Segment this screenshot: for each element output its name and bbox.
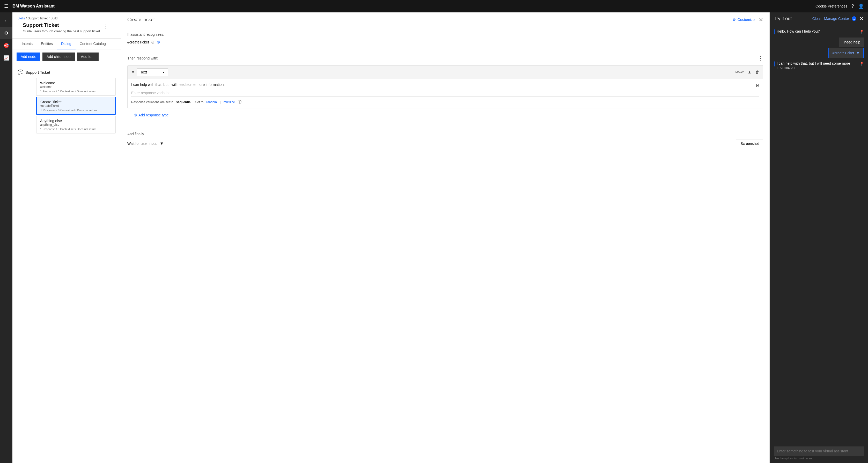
user-selection-bubble[interactable]: #createTicket ▼ <box>828 48 864 58</box>
help-icon[interactable]: ? <box>851 4 854 9</box>
bot-line-indicator-2 <box>774 61 775 66</box>
node-anything-else-sub: anything_else <box>40 123 112 127</box>
response-text: I can help with that, but I will need so… <box>131 82 225 87</box>
breadcrumb-sep2: / <box>49 16 50 20</box>
variation-multiline-link[interactable]: multiline <box>224 100 235 104</box>
try-chat: Hello. How can I help you? 📍 I need help… <box>770 25 868 443</box>
side-nav-back[interactable]: ← <box>0 14 12 27</box>
intent-row: #createTicket ⊖ ⊕ <box>127 40 763 44</box>
variation-footer: Response variations are set to sequentia… <box>131 100 759 104</box>
breadcrumb-path2: Build <box>51 16 58 20</box>
try-input-field[interactable] <box>774 447 864 456</box>
move-label: Move: <box>735 70 744 74</box>
respond-header: Then respond with: ⋮ <box>127 55 763 61</box>
intent-add-button[interactable]: ⊕ <box>157 40 160 44</box>
node-edit-actions: ⚙ Customize ✕ <box>733 16 763 23</box>
try-clear-button[interactable]: Clear <box>812 16 821 21</box>
bot-location-icon: 📍 <box>860 30 864 34</box>
add-response-plus-icon: ⊕ <box>133 112 137 118</box>
gear-icon: ⚙ <box>733 18 736 22</box>
tab-intents[interactable]: Intents <box>18 38 37 49</box>
response-type-select[interactable]: Text Image Pause Search Skill <box>137 68 168 76</box>
top-nav-right: Cookie Preferences ? 👤 <box>815 3 864 9</box>
top-nav: ☰ IBM Watson Assistant Cookie Preference… <box>0 0 868 12</box>
response-body: I can help with that, but I will need so… <box>128 79 763 108</box>
node-welcome[interactable]: Welcome welcome 1 Response / 0 Context s… <box>36 78 116 96</box>
node-close-button[interactable]: ✕ <box>759 16 763 23</box>
try-actions: Clear Manage Context 1 ✕ <box>812 15 864 22</box>
chat-user-msg: I need help #createTicket ▼ <box>774 37 864 58</box>
info-icon[interactable]: ⓘ <box>238 100 242 104</box>
try-close-button[interactable]: ✕ <box>860 15 864 22</box>
move-up-button[interactable]: ▲ <box>746 69 753 75</box>
respond-more-button[interactable]: ⋮ <box>758 55 763 61</box>
variation-random-link[interactable]: random <box>206 100 217 104</box>
screenshot-button[interactable]: Screenshot <box>736 139 763 148</box>
side-nav-skills[interactable]: 🎯 <box>0 39 12 52</box>
breadcrumb-skills-link[interactable]: Skills <box>18 16 25 20</box>
chat-bot-greeting: Hello. How can I help you? 📍 <box>774 29 864 34</box>
node-welcome-meta: 1 Response / 0 Context set / Does not re… <box>40 90 112 93</box>
right-panel: Create Ticket ⚙ Customize ✕ If assistant… <box>121 12 770 463</box>
node-create-ticket-meta: 1 Response / 0 Context set / Does not re… <box>40 109 112 112</box>
ctx-badge: 1 <box>852 16 856 21</box>
tree-connector: Welcome welcome 1 Response / 0 Context s… <box>23 78 121 133</box>
tab-dialog[interactable]: Dialog <box>57 38 75 49</box>
left-panel: Skills / Support Ticket / Build Support … <box>12 12 121 463</box>
if-recognizes-label: If assistant recognizes: <box>127 32 763 36</box>
tree-section-label: 💬 Support Ticket <box>12 67 121 77</box>
tabs-bar: Intents Entities Dialog Content Catalog <box>12 38 121 49</box>
app-title: IBM Watson Assistant <box>11 4 55 8</box>
response-collapse-button[interactable]: ▼ <box>131 70 135 74</box>
try-header: Try it out Clear Manage Context 1 ✕ <box>770 12 868 25</box>
user-bubble: I need help <box>839 37 864 47</box>
tree-section-icon: 💬 <box>18 69 23 75</box>
chevron-down-icon[interactable]: ▼ <box>160 141 164 146</box>
skill-more-button[interactable]: ⋮ <box>101 22 111 31</box>
node-anything-else-meta: 1 Response / 0 Context set / Does not re… <box>40 128 112 131</box>
try-input-area: Use the up key for most recent <box>770 443 868 463</box>
main-wrapper: Skills / Support Ticket / Build Support … <box>12 12 868 463</box>
manage-context-button[interactable]: Manage Context 1 <box>824 16 856 21</box>
finally-label: And finally <box>127 132 763 136</box>
response-variation-placeholder[interactable]: Enter response variation <box>131 89 759 97</box>
add-response-type-row[interactable]: ⊕ Add response type <box>127 108 763 122</box>
tab-entities[interactable]: Entities <box>37 38 57 49</box>
try-title: Try it out <box>774 16 792 22</box>
breadcrumb-path1: Support Ticket <box>28 16 48 20</box>
skill-header: Support Ticket Guide users through creat… <box>18 22 116 36</box>
skill-subtitle: Guide users through creating the best su… <box>23 29 101 33</box>
tree-area: 💬 Support Ticket Welcome welcome 1 Respo… <box>12 64 121 463</box>
node-welcome-sub: welcome <box>40 85 112 89</box>
chevron-down-icon-select: ▼ <box>856 51 860 55</box>
finally-row: Wait for user input ▼ Screenshot <box>127 139 763 148</box>
response-remove-button[interactable]: ⊖ <box>755 82 759 88</box>
side-nav-analytics[interactable]: 📈 <box>0 52 12 64</box>
node-anything-else[interactable]: Anything else anything_else 1 Response /… <box>36 116 116 133</box>
add-response-label: Add response type <box>138 113 169 117</box>
respond-section: Then respond with: ⋮ ▼ Text Image Pause … <box>121 50 769 127</box>
hamburger-icon[interactable]: ☰ <box>4 3 8 9</box>
skill-title: Support Ticket <box>23 22 101 28</box>
tab-content-catalog[interactable]: Content Catalog <box>75 38 110 49</box>
variation-sequential: sequential. <box>176 100 192 104</box>
customize-button[interactable]: ⚙ Customize <box>733 18 755 22</box>
node-create-ticket[interactable]: Create Ticket #createTicket 1 Response /… <box>36 97 116 115</box>
move-btns: ▲ <box>746 69 753 75</box>
add-child-node-button[interactable]: Add child node <box>42 53 75 61</box>
add-node-button[interactable]: Add node <box>17 53 40 61</box>
add-folder-button[interactable]: Add fo... <box>77 53 99 61</box>
bot-response-text: I can help with that, but I will need so… <box>777 61 858 70</box>
user-icon[interactable]: 👤 <box>858 3 864 9</box>
side-nav-build[interactable]: ⚙ <box>0 27 12 39</box>
node-create-ticket-sub: #createTicket <box>40 104 112 108</box>
try-input-hint: Use the up key for most recent <box>774 457 864 460</box>
breadcrumb-area: Skills / Support Ticket / Build Support … <box>12 12 121 38</box>
finally-section: And finally Wait for user input ▼ Screen… <box>121 127 769 153</box>
cookie-preferences-link[interactable]: Cookie Preferences <box>815 4 847 8</box>
intent-remove-button[interactable]: ⊖ <box>151 40 155 44</box>
respond-label: Then respond with: <box>127 56 158 60</box>
breadcrumb: Skills / Support Ticket / Build <box>18 16 116 20</box>
chat-bot-response: I can help with that, but I will need so… <box>774 61 864 70</box>
response-delete-button[interactable]: 🗑 <box>755 70 759 74</box>
